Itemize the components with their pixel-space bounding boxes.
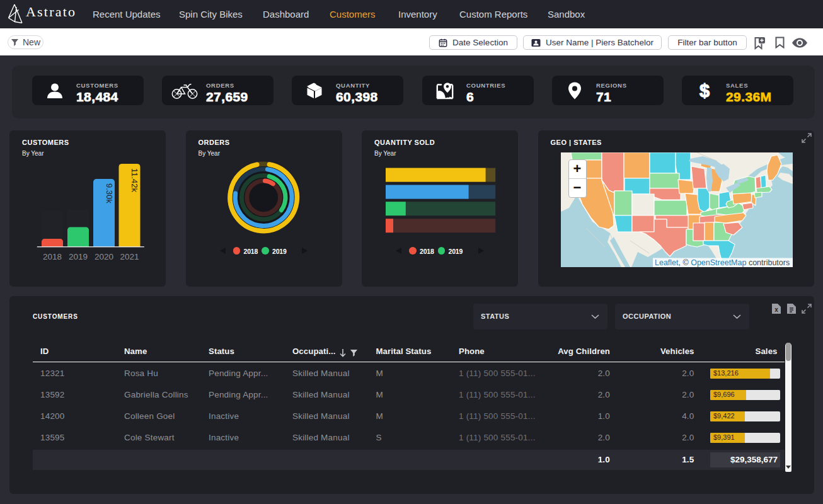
svg-text:$: $ (699, 81, 710, 101)
svg-text:11.42k: 11.42k (130, 168, 139, 193)
svg-text:2020: 2020 (95, 252, 113, 261)
svg-text:x: x (774, 306, 778, 313)
svg-text:2018: 2018 (43, 252, 62, 261)
svg-text:2019: 2019 (69, 252, 88, 261)
svg-text:2021: 2021 (120, 252, 139, 261)
svg-text:Leaflet, © OpenStreetMap contr: Leaflet, © OpenStreetMap contributors (655, 258, 790, 267)
svg-text:9.30k: 9.30k (105, 183, 114, 203)
